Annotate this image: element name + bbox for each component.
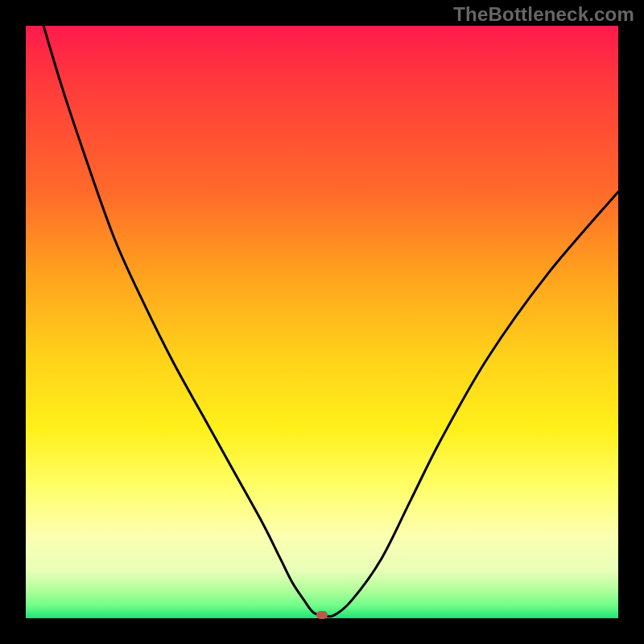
watermark-text: TheBottleneck.com [453,3,634,26]
chart-frame: TheBottleneck.com [0,0,644,644]
curve-svg [26,26,618,618]
plot-area [26,26,618,618]
min-marker [316,611,328,619]
bottleneck-curve-path [43,26,618,617]
